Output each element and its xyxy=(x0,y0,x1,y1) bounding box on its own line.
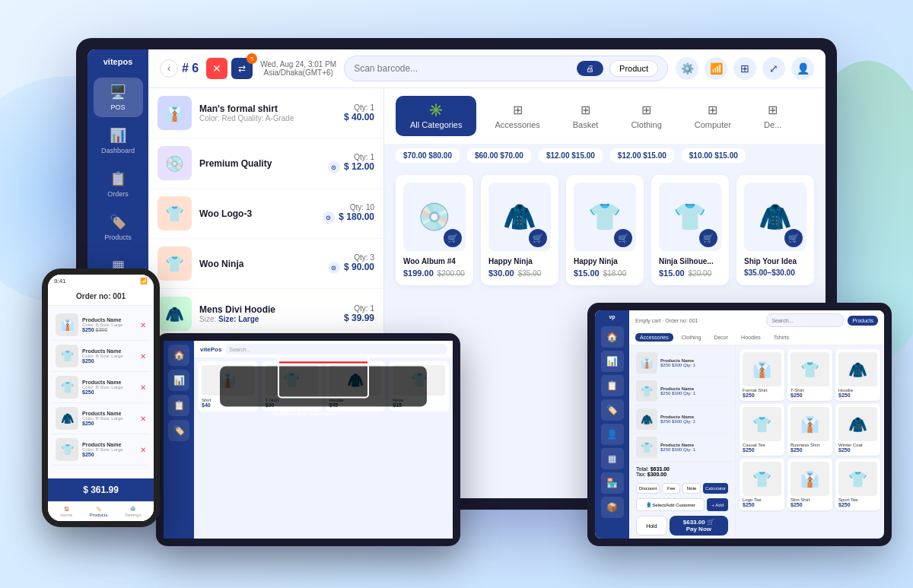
product-card-1[interactable]: 🧥 🛒 Happy Ninja $30.00 $35.00 xyxy=(481,175,558,285)
pos-icon: 🖥️ xyxy=(110,84,126,100)
cat-computer[interactable]: ⊞ Computer xyxy=(680,96,746,136)
d2-cat-accessories[interactable]: Accessories xyxy=(635,333,673,342)
product-card-4[interactable]: 🧥 🛒 Ship Your Idea $35.00–$30.00 xyxy=(736,175,814,285)
scan-button[interactable]: 🖨 xyxy=(577,61,603,76)
order-navigation: ‹ # 6 xyxy=(160,59,199,78)
d2-sidebar-purchase[interactable]: 🏪 xyxy=(601,472,624,494)
d2-product-4-img: 👔 xyxy=(791,407,829,441)
d2-list-2-price: $250 $300 Qty: 1 xyxy=(660,419,728,424)
tablet-sidebar-orders[interactable]: 📋 xyxy=(168,395,189,416)
sidebar-item-orders[interactable]: 📋 Orders xyxy=(94,164,143,204)
mobile-delete-4[interactable]: ✕ xyxy=(140,446,146,454)
product-4-name: Ship Your Idea xyxy=(744,257,806,265)
d2-product-1[interactable]: 👕 T-Shirt $250 xyxy=(787,349,832,401)
d2-sidebar-home[interactable]: 🏠 xyxy=(601,326,624,348)
d2-hold-btn[interactable]: Hold xyxy=(636,516,667,536)
d2-sidebar-shipment[interactable]: 📦 xyxy=(601,497,624,518)
d2-customer-btn[interactable]: 👤 Select/Add Customer xyxy=(636,498,705,511)
expand-icon[interactable]: ⤢ xyxy=(762,57,785,80)
d2-product-0-img: 👔 xyxy=(743,352,781,386)
mobile-total-value: $ 361.99 xyxy=(83,485,119,495)
product-card-3-img: 👕 🛒 xyxy=(659,183,721,251)
add-to-cart-3[interactable]: 🛒 xyxy=(699,229,717,247)
order-item-1-qty-price: Qty: 1 ⊙ $ 12.00 xyxy=(328,153,374,174)
product-button[interactable]: Product xyxy=(609,60,658,77)
product-1-price: $30.00 xyxy=(488,269,514,278)
transfer-btn[interactable]: ⇄ 5 xyxy=(231,58,253,79)
d2-product-2[interactable]: 🧥 Hoodie $250 xyxy=(835,349,880,401)
d2-product-8[interactable]: 👕 Sport Tee $250 xyxy=(835,459,880,510)
product-card-3[interactable]: 👕 🛒 Ninja Silhoue... $15.00 $20.00 xyxy=(651,175,729,285)
d2-product-3[interactable]: 👕 Casual Tee $250 xyxy=(740,404,784,456)
d2-product-6[interactable]: 👕 Logo Tee $250 xyxy=(740,459,784,510)
d2-sidebar-dashboard[interactable]: 📊 xyxy=(601,351,624,372)
product-2-old-price: $18.00 xyxy=(603,269,627,278)
mobile-delete-0[interactable]: ✕ xyxy=(140,321,146,329)
d2-products-btn[interactable]: Products xyxy=(848,316,878,326)
add-to-cart-2[interactable]: 🛒 xyxy=(614,229,632,247)
delete-order-btn[interactable]: ✕ xyxy=(206,58,227,79)
mobile-device: 9:41 📶 Order no: 001 👔 Products Name Col… xyxy=(42,269,160,527)
d2-note-btn[interactable]: Note xyxy=(682,483,701,494)
product-card-2[interactable]: 👕 🛒 Happy Ninja $15.00 $18.00 xyxy=(566,175,644,285)
sidebar-item-dashboard[interactable]: 📊 Dashboard xyxy=(94,121,143,161)
d2-product-0[interactable]: 👔 Formal Shirt $250 xyxy=(740,349,784,401)
d2-calculator-btn[interactable]: Calculator xyxy=(703,483,728,494)
d2-sidebar-customer[interactable]: 👤 xyxy=(601,424,624,445)
d2-order-list: 👔 Products Name $250 $300 Qty: 1 👕 Produ… xyxy=(629,345,736,539)
d2-cat-hoodies[interactable]: Hoodies xyxy=(736,333,765,342)
order-item-1-details: Premium Quality xyxy=(199,158,320,169)
d2-product-5[interactable]: 🧥 Winter Coat $250 xyxy=(835,404,880,456)
mobile-delete-2[interactable]: ✕ xyxy=(140,383,146,392)
barcode-search-input[interactable] xyxy=(354,63,571,74)
d2-cat-decor[interactable]: Decor xyxy=(709,333,733,342)
cat-basket[interactable]: ⊞ Basket xyxy=(558,96,613,136)
add-to-cart-4[interactable]: 🛒 xyxy=(784,229,803,247)
d2-product-4[interactable]: 👔 Business Shirt $250 xyxy=(787,404,832,456)
wifi-icon[interactable]: 📶 xyxy=(705,57,727,80)
cat-accessories[interactable]: ⊞ Accessories xyxy=(480,96,554,136)
mobile-products-btn[interactable]: 🏷️ Products xyxy=(90,506,108,517)
mobile-item-0-img: 👔 xyxy=(56,313,78,336)
mobile-settings-btn[interactable]: ⚙️ Settings xyxy=(125,506,142,517)
order-item-1-price: ⊙ $ 12.00 xyxy=(328,161,374,174)
d2-sidebar-scan[interactable]: ▦ xyxy=(601,448,624,469)
orders-icon: 📋 xyxy=(110,170,126,187)
d2-product-7[interactable]: 👔 Slim Shirt $250 xyxy=(787,459,832,510)
add-to-cart-0[interactable]: 🛒 xyxy=(444,229,462,247)
d2-discount-btn[interactable]: Discount xyxy=(636,483,660,494)
tablet-sidebar-dashboard[interactable]: 📊 xyxy=(168,370,189,391)
user-avatar[interactable]: 👤 xyxy=(791,57,814,80)
tablet-sidebar-products[interactable]: 🏷️ xyxy=(168,420,189,441)
d2-fee-btn[interactable]: Fee xyxy=(662,483,680,494)
mobile-delete-1[interactable]: ✕ xyxy=(140,352,146,361)
mobile-item-3-text: Products Name Color: B Size: Large $250 xyxy=(82,411,136,426)
product-card-0[interactable]: 💿 🛒 Woo Album #4 $199.00 $200.00 xyxy=(396,175,473,285)
sidebar-logo: vitepos xyxy=(103,57,133,66)
cat-de[interactable]: ⊞ De... xyxy=(749,96,796,136)
d2-search-input[interactable] xyxy=(766,313,844,327)
sidebar-item-pos[interactable]: 🖥️ POS xyxy=(94,78,143,117)
mobile-home-btn[interactable]: 🏠 Home xyxy=(60,506,72,517)
d2-total-section: Total: $633.00 Tax: $300.00 xyxy=(633,462,731,481)
d2-main: Empty cart · Order no: 001 Products Acce… xyxy=(629,310,884,539)
add-to-cart-1[interactable]: 🛒 xyxy=(529,229,547,247)
settings-icon[interactable]: ⚙️ xyxy=(676,57,698,80)
tablet-search[interactable]: Search... xyxy=(225,344,447,354)
product-1-prices: $30.00 $35.00 xyxy=(488,269,551,278)
d2-cat-tshirts[interactable]: Tshirts xyxy=(769,333,794,342)
d2-pay-now-btn[interactable]: $633.00 🛒 Pay Now xyxy=(670,516,728,536)
d2-add-btn[interactable]: + Add xyxy=(707,498,728,511)
d2-cat-clothing[interactable]: Clothing xyxy=(677,333,706,342)
d2-sidebar-orders[interactable]: 📋 xyxy=(601,375,624,396)
cat-all-categories[interactable]: ✳️ All Categories xyxy=(396,96,476,136)
order-item-0-details: Man's formal shirt Color: Red Quality: A… xyxy=(199,103,336,122)
d2-sidebar-products[interactable]: 🏷️ xyxy=(601,399,624,421)
grid-icon[interactable]: ⊞ xyxy=(733,57,756,80)
mobile-item-2: 👕 Products Name Color: B Size: Large $25… xyxy=(52,372,150,403)
mobile-delete-3[interactable]: ✕ xyxy=(140,415,146,423)
cat-clothing[interactable]: ⊞ Clothing xyxy=(616,96,676,136)
prev-order-btn[interactable]: ‹ xyxy=(160,59,178,78)
tablet-sidebar-home[interactable]: 🏠 xyxy=(168,345,189,366)
sidebar-item-products[interactable]: 🏷️ Products xyxy=(94,208,143,247)
